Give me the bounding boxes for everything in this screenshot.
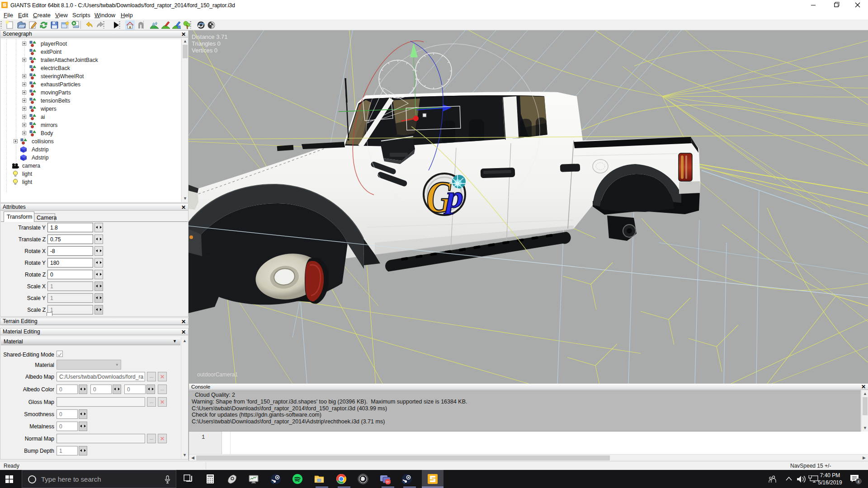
svg-text:4: 4 <box>857 479 859 484</box>
svg-text:9+: 9+ <box>386 480 390 483</box>
